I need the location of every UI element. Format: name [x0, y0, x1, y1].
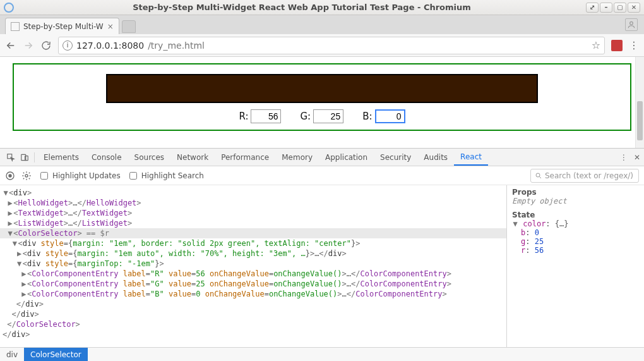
highlight-updates-checkbox[interactable]: Highlight Updates [38, 170, 121, 181]
page-viewport: R: G: B: [0, 57, 644, 148]
address-bar[interactable]: i 127.0.0.1:8080/try_me.html ☆ [58, 37, 605, 54]
browser-tab-strip: Step-by-Step Multi-W × [0, 15, 644, 34]
react-inspect-icon[interactable] [5, 171, 15, 181]
svg-point-7 [536, 173, 540, 177]
crumb-colorselector[interactable]: ColorSelector [24, 348, 88, 361]
browser-menu-icon[interactable]: ⋮ [629, 39, 639, 51]
new-tab-button[interactable] [122, 20, 136, 33]
tab-security[interactable]: Security [374, 149, 417, 166]
state-b-row[interactable]: b: 0 [512, 228, 639, 237]
react-devtools-toolbar: Highlight Updates Highlight Search Searc… [0, 166, 644, 185]
toggle-device-icon[interactable] [18, 153, 32, 162]
r-input[interactable] [251, 109, 281, 123]
scrollbar-thumb[interactable] [637, 101, 643, 140]
window-buttons: ⤢ – ▢ ✕ [586, 3, 640, 13]
browser-toolbar: i 127.0.0.1:8080/try_me.html ☆ ⋮ [0, 34, 644, 57]
devtools-menu-icon[interactable]: ⋮ [620, 153, 628, 162]
profile-avatar-icon[interactable] [625, 18, 638, 31]
search-placeholder-text: Search (text or /regex/) [545, 171, 633, 180]
tab-react[interactable]: React [454, 149, 488, 166]
tree-selected-row[interactable]: ▼<ColorSelector> == $r [0, 228, 506, 238]
page-scrollbar[interactable] [635, 57, 644, 148]
bookmark-star-icon[interactable]: ☆ [592, 39, 600, 51]
tab-console[interactable]: Console [85, 149, 128, 166]
devtools-close-icon[interactable]: ✕ [634, 153, 640, 162]
nav-forward-button[interactable] [23, 40, 34, 51]
devtools-tabs: Elements Console Sources Network Perform… [0, 149, 644, 166]
devtools-panel: Elements Console Sources Network Perform… [0, 148, 644, 361]
tab-audits[interactable]: Audits [417, 149, 454, 166]
browser-tab[interactable]: Step-by-Step Multi-W × [5, 18, 119, 34]
inspect-element-icon[interactable] [4, 153, 18, 162]
tab-application[interactable]: Application [319, 149, 374, 166]
rgb-inputs-row: R: G: B: [14, 109, 630, 123]
g-label: G: [300, 111, 311, 122]
tab-sources[interactable]: Sources [128, 149, 170, 166]
site-info-icon[interactable]: i [63, 40, 73, 51]
react-search-input[interactable]: Search (text or /regex/) [530, 169, 639, 183]
window-titlebar: Step-by-Step Multi-Widget React Web App … [0, 0, 644, 15]
tab-memory[interactable]: Memory [275, 149, 319, 166]
highlight-search-checkbox[interactable]: Highlight Search [127, 170, 204, 181]
b-field: B: [362, 109, 405, 123]
b-label: B: [362, 111, 372, 122]
svg-point-5 [9, 174, 11, 177]
tab-title: Step-by-Step Multi-W [23, 22, 104, 31]
window-maximize-button[interactable]: ▢ [614, 3, 626, 13]
url-host: 127.0.0.1:8080 [76, 40, 144, 51]
state-g-row[interactable]: g: 25 [512, 237, 639, 246]
g-input[interactable] [313, 109, 343, 123]
g-field: G: [300, 109, 343, 123]
tab-performance[interactable]: Performance [215, 149, 275, 166]
crumb-div[interactable]: div [0, 348, 24, 361]
props-empty: Empty object [512, 197, 639, 205]
b-input[interactable] [375, 109, 405, 123]
url-path: /try_me.html [148, 40, 205, 51]
react-settings-icon[interactable] [21, 171, 32, 181]
chromium-app-icon [4, 3, 14, 13]
window-restore-button[interactable]: ⤢ [586, 3, 599, 13]
tab-close-icon[interactable]: × [107, 22, 114, 31]
props-header: Props [512, 188, 639, 197]
tab-elements[interactable]: Elements [37, 149, 85, 166]
nav-back-button[interactable] [5, 40, 16, 51]
svg-point-6 [25, 174, 28, 177]
r-label: R: [239, 111, 248, 122]
page-favicon-icon [11, 22, 20, 31]
state-r-row[interactable]: r: 56 [512, 246, 639, 255]
react-component-tree[interactable]: ▼<div> ▶<HelloWidget>…</HelloWidget> ▶<T… [0, 185, 506, 347]
window-minimize-button[interactable]: – [600, 3, 612, 13]
extension-icon[interactable] [611, 40, 623, 51]
state-header: State [512, 211, 639, 219]
window-title: Step-by-Step Multi-Widget React Web App … [18, 3, 586, 12]
color-swatch [106, 74, 537, 103]
state-color-row[interactable]: ▼ color: {…} [512, 219, 639, 228]
react-devtools-body: ▼<div> ▶<HelloWidget>…</HelloWidget> ▶<T… [0, 185, 644, 347]
react-side-panel: Props Empty object State ▼ color: {…} b:… [506, 185, 644, 347]
window-close-button[interactable]: ✕ [628, 3, 640, 13]
svg-point-0 [630, 21, 633, 25]
react-breadcrumbs: div ColorSelector [0, 347, 644, 361]
nav-reload-button[interactable] [40, 40, 52, 51]
r-field: R: [239, 109, 281, 123]
color-selector-widget: R: G: B: [13, 63, 631, 131]
tab-network[interactable]: Network [170, 149, 215, 166]
